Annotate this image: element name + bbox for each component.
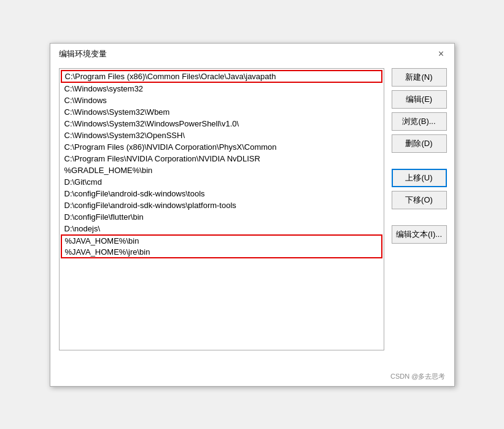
browse-button[interactable]: 浏览(B)... (392, 112, 447, 131)
list-item[interactable]: C:\Program Files\NVIDIA Corporation\NVID… (61, 153, 382, 164)
list-item[interactable]: C:\Windows\System32\OpenSSH\ (61, 129, 382, 141)
list-item[interactable]: D:\configFile\android-sdk-windows\platfo… (61, 199, 382, 211)
move-up-button[interactable]: 上移(U) (392, 169, 447, 187)
list-item[interactable]: D:\configFile\android-sdk-windows\tools (61, 188, 382, 199)
edit-button[interactable]: 编辑(E) (392, 90, 447, 109)
list-item[interactable]: D:\nodejs\ (61, 223, 382, 234)
list-item[interactable]: C:\Windows\System32\WindowsPowerShell\v1… (61, 118, 382, 129)
list-item[interactable]: %JAVA_HOME%\bin (61, 234, 382, 247)
list-item[interactable]: %JAVA_HOME%\jre\bin (61, 247, 382, 258)
watermark-text: CSDN @多去思考 (390, 372, 445, 381)
edit-text-button[interactable]: 编辑文本(I)... (392, 225, 447, 244)
list-item[interactable]: C:\Program Files (x86)\Common Files\Orac… (61, 70, 382, 83)
delete-button[interactable]: 删除(D) (392, 134, 447, 153)
list-item[interactable]: D:\Git\cmd (61, 176, 382, 188)
dialog-window: 编辑环境变量 × C:\Program Files (x86)\Common F… (50, 43, 455, 387)
move-down-button[interactable]: 下移(O) (392, 191, 447, 209)
list-item[interactable]: D:\configFile\flutter\bin (61, 211, 382, 223)
dialog-title: 编辑环境变量 (59, 48, 107, 60)
close-button[interactable]: × (436, 48, 447, 60)
new-button[interactable]: 新建(N) (392, 68, 447, 87)
list-item[interactable]: %GRADLE_HOME%\bin (61, 164, 382, 176)
buttons-panel: 新建(N) 编辑(E) 浏览(B)... 删除(D) 上移(U) 下移(O) 编… (392, 68, 447, 350)
list-item[interactable]: C:\Windows (61, 95, 382, 106)
list-item[interactable]: C:\Windows\system32 (61, 83, 382, 95)
list-item[interactable]: C:\Windows\System32\Wbem (61, 106, 382, 118)
dialog-content: C:\Program Files (x86)\Common Files\Orac… (50, 63, 454, 363)
title-bar: 编辑环境变量 × (50, 44, 454, 63)
env-variable-list[interactable]: C:\Program Files (x86)\Common Files\Orac… (59, 68, 384, 350)
list-item[interactable]: C:\Program Files (x86)\NVIDIA Corporatio… (61, 141, 382, 153)
